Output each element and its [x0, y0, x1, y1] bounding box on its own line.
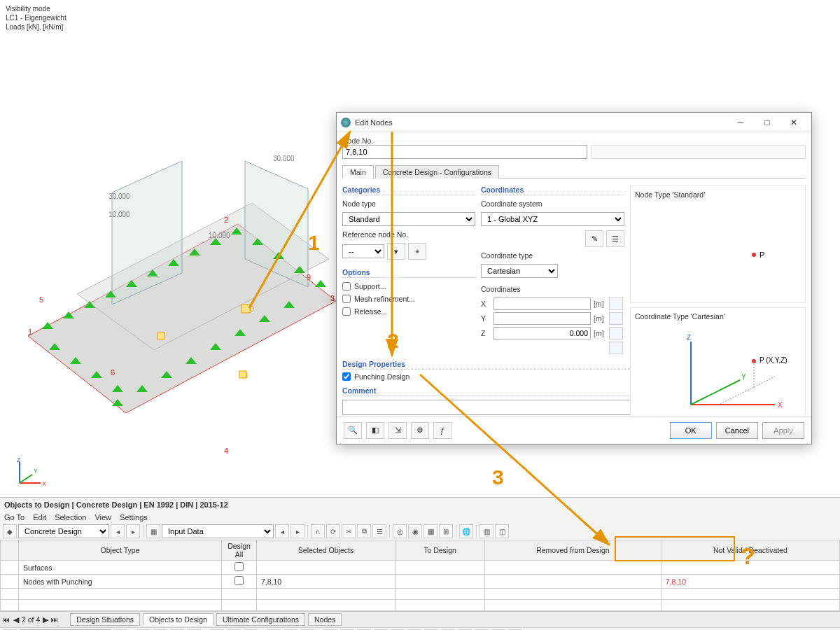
edit-nodes-dialog: Edit Nodes ─ □ ✕ Node No. Main Concrete …: [336, 112, 812, 444]
coord-x-pick-icon[interactable]: [609, 298, 623, 310]
apply-button[interactable]: Apply: [762, 422, 804, 439]
pager-tabstrip: ⏮ ◀ 2 of 4 ▶ ⏭ Design Situations Objects…: [0, 611, 840, 627]
svg-rect-46: [239, 371, 246, 378]
design-all-checkbox[interactable]: [234, 562, 244, 571]
footer-tool-5-icon[interactable]: ƒ: [433, 422, 451, 439]
coord-sys-new-icon[interactable]: ✎: [585, 230, 603, 247]
node-no-input[interactable]: [342, 145, 587, 159]
col-to-design[interactable]: To Design: [396, 540, 485, 561]
coord-sys-select[interactable]: 1 - Global XYZ: [481, 212, 624, 226]
pager-first-icon[interactable]: ⏮: [3, 615, 10, 624]
pager-text: 2 of 4: [22, 615, 40, 624]
footer-tool-4-icon[interactable]: ⚙: [411, 422, 429, 439]
options-title: Options: [342, 268, 475, 278]
annotation-1: 1: [308, 231, 320, 255]
ref-node-select[interactable]: --: [342, 244, 384, 258]
menu-goto[interactable]: Go To: [4, 513, 24, 522]
node-type-preview: Node Type 'Standard' P: [630, 186, 806, 303]
cancel-button[interactable]: Cancel: [716, 422, 758, 439]
design-type-select[interactable]: Concrete Design: [18, 524, 109, 538]
footer-tool-2-icon[interactable]: ◧: [366, 422, 384, 439]
tool-m-icon[interactable]: ▥: [479, 524, 493, 538]
nav-next-icon[interactable]: ▸: [126, 524, 140, 538]
menu-selection[interactable]: Selection: [55, 513, 86, 522]
window-maximize-icon[interactable]: □: [754, 113, 780, 132]
objects-to-design-panel: Objects to Design | Concrete Design | EN…: [0, 497, 840, 630]
design-all-checkbox[interactable]: [234, 576, 244, 585]
ok-button[interactable]: OK: [670, 422, 712, 439]
input-data-icon[interactable]: ▦: [146, 524, 160, 538]
svg-text:1: 1: [28, 328, 32, 336]
menu-edit[interactable]: Edit: [33, 513, 46, 522]
tool-c-icon[interactable]: ⎌: [311, 524, 325, 538]
coordinates-title: Coordinates: [481, 186, 624, 195]
svg-text:10.000: 10.000: [209, 232, 230, 239]
col-design-all[interactable]: Design All: [222, 540, 257, 561]
col-object-type[interactable]: Object Type: [19, 540, 222, 561]
coord-z-input[interactable]: [493, 327, 591, 340]
coord-y-input[interactable]: [493, 312, 591, 325]
table-row[interactable]: Nodes with Punching 7,8,10 7,8,10: [1, 575, 840, 589]
tab-nodes[interactable]: Nodes: [308, 613, 342, 626]
nav-prev-icon[interactable]: ◂: [111, 524, 125, 538]
tool-f-icon[interactable]: ⧉: [357, 524, 371, 538]
tool-l-icon[interactable]: 🌐: [459, 524, 473, 538]
tool-e-icon[interactable]: ✂: [342, 524, 356, 538]
pager-next-icon[interactable]: ▶: [43, 615, 48, 624]
dialog-titlebar[interactable]: Edit Nodes ─ □ ✕: [337, 113, 811, 132]
svg-rect-45: [158, 332, 164, 340]
tool-g-icon[interactable]: ☰: [372, 524, 386, 538]
coord-sys-lib-icon[interactable]: ☰: [606, 230, 624, 247]
window-minimize-icon[interactable]: ─: [727, 113, 754, 132]
coord-type-label: Coordinate type: [481, 251, 624, 260]
svg-text:Y: Y: [34, 468, 38, 475]
footer-tool-1-icon[interactable]: 🔍: [344, 422, 362, 439]
table-row[interactable]: [1, 600, 840, 611]
tab-design-situations[interactable]: Design Situations: [70, 613, 140, 626]
support-checkbox[interactable]: Support...: [342, 282, 475, 290]
col-selected-objects[interactable]: Selected Objects: [257, 540, 396, 561]
tool-a-icon[interactable]: ◂: [275, 524, 289, 538]
pick-in-model-icon[interactable]: ⌖: [408, 243, 426, 260]
svg-text:9: 9: [307, 273, 311, 281]
coord-z-pick-icon[interactable]: [609, 327, 623, 340]
coord-x-input[interactable]: [493, 298, 591, 310]
table-row[interactable]: [1, 589, 840, 600]
svg-text:Z: Z: [17, 456, 21, 463]
menu-view[interactable]: View: [94, 513, 111, 522]
coord-y-pick-icon[interactable]: [609, 312, 623, 325]
tool-j-icon[interactable]: ▦: [424, 524, 438, 538]
dialog-tabstrip: Main Concrete Design - Configurations: [342, 164, 806, 178]
tab-ultimate-configs[interactable]: Ultimate Configurations: [216, 613, 305, 626]
pager-last-icon[interactable]: ⏭: [51, 615, 59, 624]
coord-extra-icon[interactable]: [609, 342, 623, 354]
tool-b-icon[interactable]: ▸: [290, 524, 304, 538]
table-row[interactable]: Surfaces: [1, 561, 840, 575]
tab-objects-to-design[interactable]: Objects to Design: [143, 613, 214, 626]
pick-icon[interactable]: ▾: [387, 243, 405, 260]
annotation-2: 2: [387, 329, 399, 353]
tool-i-icon[interactable]: ◉: [408, 524, 422, 538]
tool-h-icon[interactable]: ◎: [393, 524, 407, 538]
design-type-icon[interactable]: ◆: [3, 524, 17, 538]
svg-text:Z: Z: [687, 334, 691, 342]
tool-n-icon[interactable]: ◫: [495, 524, 509, 538]
input-data-select[interactable]: Input Data: [162, 524, 274, 538]
mesh-refinement-checkbox[interactable]: Mesh refinement...: [342, 295, 475, 303]
tool-k-icon[interactable]: ⊞: [439, 524, 453, 538]
tool-d-icon[interactable]: ⟳: [326, 524, 340, 538]
pager-prev-icon[interactable]: ◀: [13, 615, 19, 624]
axes-gizmo: X Z Y: [13, 455, 48, 490]
tab-concrete-configs[interactable]: Concrete Design - Configurations: [375, 165, 499, 178]
window-close-icon[interactable]: ✕: [780, 113, 807, 132]
node-type-select[interactable]: Standard: [342, 212, 475, 226]
tab-main[interactable]: Main: [342, 165, 374, 178]
svg-text:X: X: [42, 480, 46, 487]
coord-type-select[interactable]: Cartesian: [481, 264, 558, 278]
overlay-line: Loads [kN], [kN/m]: [6, 22, 66, 31]
svg-text:Y: Y: [741, 373, 746, 381]
menu-settings[interactable]: Settings: [120, 513, 148, 522]
svg-line-58: [691, 380, 740, 405]
footer-tool-3-icon[interactable]: ⇲: [388, 422, 407, 439]
release-checkbox[interactable]: Release...: [342, 307, 475, 316]
